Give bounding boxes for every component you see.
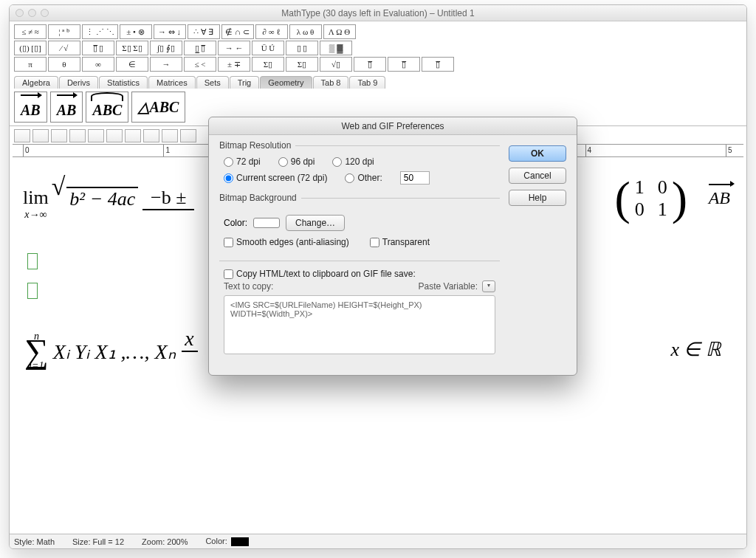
tab-matrices[interactable]: Matrices: [148, 76, 196, 89]
eq-x-in-r[interactable]: x ∈ ℝ: [670, 338, 721, 361]
toolbar-cell-2-7[interactable]: Σ▯: [252, 57, 284, 72]
toolbar-cell-0-2[interactable]: ⋮ ⋰ ⋱: [82, 24, 118, 39]
group-title-resolution: Bitmap Resolution: [219, 140, 295, 151]
toolbar-cell-2-5[interactable]: ≤ <: [184, 57, 216, 72]
toolbar-cell-2-11[interactable]: ▯̅: [388, 57, 420, 72]
toolbar-cell-2-9[interactable]: √▯: [320, 57, 352, 72]
window-title: MathType (30 days left in Evaluation) – …: [10, 8, 746, 18]
color-label: Color:: [224, 218, 247, 228]
color-swatch-icon: [231, 537, 249, 546]
tool-10[interactable]: [180, 129, 196, 142]
ok-button[interactable]: OK: [509, 145, 566, 162]
tab-trig[interactable]: Trig: [230, 76, 260, 89]
paste-variable-label: Paste Variable:: [419, 281, 478, 292]
group-bitmap-background: Bitmap Background Color: Change… Smooth …: [219, 198, 500, 256]
arc-abc[interactable]: ABC: [86, 92, 128, 123]
tool-7[interactable]: [125, 129, 141, 142]
toolbar-cell-2-0[interactable]: π: [14, 57, 47, 72]
toolbar-cell-1-1[interactable]: ⁄ √: [48, 41, 80, 55]
tab-tab-9[interactable]: Tab 9: [349, 76, 385, 89]
status-color[interactable]: Color:: [205, 537, 248, 546]
ruler-mark: 1: [165, 146, 170, 154]
triangle-abc[interactable]: △ABC: [131, 92, 185, 123]
tab-statistics[interactable]: Statistics: [99, 76, 148, 89]
status-size[interactable]: Size: Full = 12: [72, 537, 124, 546]
toolbar-cell-1-4[interactable]: ∫▯ ∮▯: [150, 41, 182, 55]
frac-numerator: −b ±: [151, 187, 186, 209]
toolbar-cell-1-9[interactable]: ▒ ▓: [320, 41, 352, 55]
bg-color-swatch[interactable]: [253, 218, 280, 228]
checkbox-copy-html[interactable]: Copy HTML/text to clipboard on GIF file …: [224, 269, 495, 279]
placeholder-1[interactable]: [27, 253, 38, 269]
toolbar-cell-1-8[interactable]: ▯ ▯: [286, 41, 318, 55]
html-template-textarea[interactable]: <IMG SRC=$(URLFileName) HEIGHT=$(Height_…: [224, 295, 495, 354]
toolbar-cell-0-8[interactable]: λ ω θ: [289, 24, 322, 39]
placeholder-2[interactable]: [27, 283, 38, 299]
toolbar-cell-2-12[interactable]: ▯̅: [422, 57, 454, 72]
radio-96dpi[interactable]: 96 dpi: [278, 156, 315, 167]
toolbar-cell-1-0[interactable]: (▯) [▯]: [14, 41, 47, 55]
tab-derivs[interactable]: Derivs: [59, 76, 98, 89]
tab-geometry[interactable]: Geometry: [260, 76, 312, 89]
tool-8[interactable]: [143, 129, 159, 142]
group-bitmap-resolution: Bitmap Resolution 72 dpi 96 dpi 120 dpi …: [219, 145, 500, 193]
toolbar-cell-0-5[interactable]: ∴ ∀ ∃: [188, 24, 220, 39]
tool-3[interactable]: [51, 129, 67, 142]
toolbar-cell-2-6[interactable]: ± ∓: [218, 57, 250, 72]
eq-vector-ab[interactable]: AB: [709, 184, 730, 208]
eq-summation[interactable]: n ∑ i=1 Xᵢ Yᵢ X₁ ,…, Xₙ x: [24, 327, 198, 376]
vector-ab-right[interactable]: AB: [14, 92, 47, 123]
status-style[interactable]: Style: Math: [14, 537, 55, 546]
vector-ab-left[interactable]: AB: [50, 92, 83, 123]
tab-algebra[interactable]: Algebra: [14, 76, 58, 89]
toolbar-cell-0-6[interactable]: ∉ ∩ ⊂: [221, 24, 254, 39]
radio-current-screen[interactable]: Current screen (72 dpi): [224, 173, 327, 183]
toolbar-cell-0-1[interactable]: ¦ ª ᵇ: [48, 24, 80, 39]
toolbar-cell-1-2[interactable]: ▯̅ ▯: [82, 41, 114, 55]
sqrt-body: b² − 4ac: [66, 187, 138, 212]
status-zoom[interactable]: Zoom: 200%: [142, 537, 188, 546]
symbol-toolbars: ≤ ≠ ≈¦ ª ᵇ⋮ ⋰ ⋱± • ⊗→ ⇔ ↓∴ ∀ ∃∉ ∩ ⊂∂ ∞ ℓ…: [10, 21, 746, 75]
toolbar-cell-2-3[interactable]: ∈: [116, 57, 148, 72]
radio-other[interactable]: Other:: [345, 173, 382, 183]
toolbar-cell-1-3[interactable]: Σ▯ Σ▯: [116, 41, 148, 55]
toolbar-cell-2-2[interactable]: ∞: [82, 57, 114, 72]
checkbox-transparent[interactable]: Transparent: [370, 237, 430, 247]
cancel-button[interactable]: Cancel: [509, 168, 566, 184]
tab-sets[interactable]: Sets: [196, 76, 229, 89]
ruler-mark: 0: [25, 146, 30, 154]
tool-9[interactable]: [162, 129, 178, 142]
checkbox-smooth-edges[interactable]: Smooth edges (anti-aliasing): [224, 237, 349, 247]
toolbar-cell-0-0[interactable]: ≤ ≠ ≈: [14, 24, 47, 39]
sum-body: Xᵢ Yᵢ X₁ ,…, Xₙ: [53, 340, 176, 364]
radio-72dpi[interactable]: 72 dpi: [224, 156, 261, 167]
toolbar-cell-1-7[interactable]: Ū Ú: [252, 41, 284, 55]
toolbar-cell-1-5[interactable]: ▯̲ ▯̅: [184, 41, 216, 55]
toolbar-cell-0-9[interactable]: Λ Ω Θ: [323, 24, 356, 39]
ruler-mark: 4: [588, 146, 592, 154]
tool-4[interactable]: [69, 129, 86, 142]
toolbar-cell-0-7[interactable]: ∂ ∞ ℓ: [255, 24, 288, 39]
toolbar-cell-0-3[interactable]: ± • ⊗: [120, 24, 152, 39]
tool-5[interactable]: [88, 129, 104, 142]
tool-2[interactable]: [32, 129, 49, 142]
radio-120dpi[interactable]: 120 dpi: [332, 156, 374, 167]
titlebar: MathType (30 days left in Evaluation) – …: [10, 5, 746, 21]
toolbar-cell-2-1[interactable]: θ: [48, 57, 80, 72]
change-color-button[interactable]: Change…: [286, 215, 345, 231]
toolbar-cell-2-10[interactable]: ▯̅: [354, 57, 386, 72]
other-dpi-input[interactable]: [400, 171, 430, 185]
tab-tab-8[interactable]: Tab 8: [313, 76, 349, 89]
eq-limit[interactable]: lim x→∞ √b² − 4ac −b ±: [23, 187, 194, 232]
tool-6[interactable]: [106, 129, 123, 142]
status-bar: Style: Math Size: Full = 12 Zoom: 200% C…: [10, 534, 746, 548]
toolbar-cell-2-8[interactable]: Σ▯: [286, 57, 318, 72]
text-to-copy-label: Text to copy:: [224, 281, 273, 292]
paste-variable-menu[interactable]: ▾: [482, 280, 495, 292]
help-button[interactable]: Help: [509, 190, 566, 206]
toolbar-cell-0-4[interactable]: → ⇔ ↓: [154, 24, 186, 39]
toolbar-cell-2-4[interactable]: →: [150, 57, 182, 72]
toolbar-cell-1-6[interactable]: → ←: [218, 41, 250, 55]
eq-matrix[interactable]: ( 10 01 ): [614, 176, 687, 221]
tool-1[interactable]: [14, 129, 30, 142]
